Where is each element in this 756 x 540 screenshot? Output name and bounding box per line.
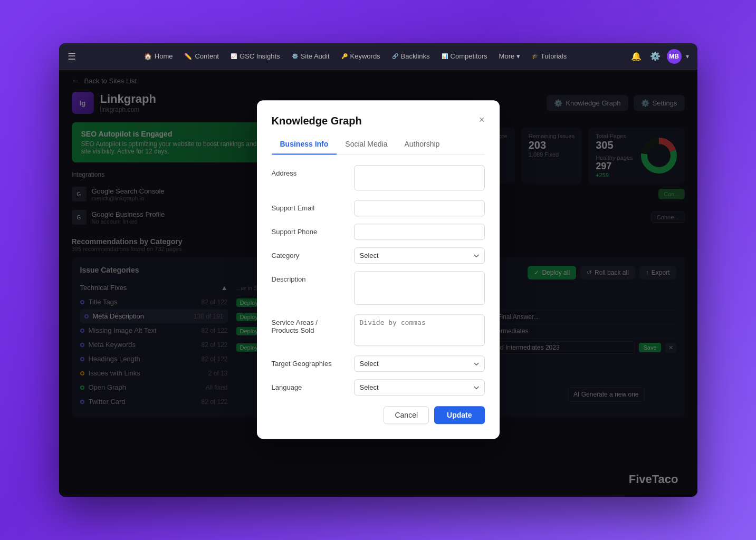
- modal-footer: Cancel Update: [272, 406, 485, 424]
- category-select[interactable]: Select: [354, 247, 485, 264]
- nav-gsc-insights[interactable]: 📈 GSC Insights: [225, 49, 285, 63]
- nav-right-actions: 🔔 ⚙️ MB ▾: [629, 49, 689, 64]
- nav-more[interactable]: More ▾: [494, 49, 525, 63]
- nav-menu: 🏠 Home ✏️ Content 📈 GSC Insights ⚙️ Site…: [84, 49, 627, 63]
- tab-authorship[interactable]: Authorship: [396, 136, 448, 155]
- notifications-icon[interactable]: 🔔: [629, 49, 644, 63]
- language-select[interactable]: Select: [354, 379, 485, 396]
- support-email-row: Support Email: [272, 200, 485, 216]
- address-label: Address: [272, 165, 346, 177]
- language-row: Language Select: [272, 379, 485, 396]
- update-button[interactable]: Update: [434, 406, 484, 424]
- target-geographies-label: Target Geographies: [272, 355, 346, 368]
- description-input[interactable]: [354, 271, 485, 305]
- service-areas-input[interactable]: [354, 314, 485, 346]
- knowledge-graph-modal: Knowledge Graph × Business Info Social M…: [257, 100, 500, 439]
- modal-close-button[interactable]: ×: [479, 115, 485, 124]
- address-input[interactable]: [354, 165, 485, 190]
- service-areas-label: Service Areas / Products Sold: [272, 314, 346, 334]
- user-avatar[interactable]: MB: [667, 49, 682, 64]
- nav-content[interactable]: ✏️ Content: [179, 49, 224, 63]
- category-label: Category: [272, 247, 346, 259]
- top-navigation: ☰ 🏠 Home ✏️ Content 📈 GSC Insights ⚙️ Si…: [59, 43, 697, 70]
- nav-home[interactable]: 🏠 Home: [139, 49, 178, 63]
- support-phone-label: Support Phone: [272, 224, 346, 236]
- nav-backlinks[interactable]: 🔗 Backlinks: [387, 49, 435, 63]
- nav-keywords[interactable]: 🔑 Keywords: [336, 49, 386, 63]
- modal-title: Knowledge Graph: [272, 115, 362, 127]
- language-label: Language: [272, 379, 346, 391]
- nav-competitors[interactable]: 📊 Competitors: [436, 49, 493, 63]
- main-content: ← Back to Sites List lg Linkgraph linkgr…: [59, 70, 697, 497]
- nav-tutorials[interactable]: 🎓 Tutorials: [527, 49, 572, 63]
- support-email-label: Support Email: [272, 200, 346, 212]
- settings-icon[interactable]: ⚙️: [648, 49, 663, 63]
- address-row: Address: [272, 165, 485, 192]
- service-areas-row: Service Areas / Products Sold: [272, 314, 485, 348]
- target-geographies-select[interactable]: Select: [354, 355, 485, 372]
- hamburger-icon[interactable]: ☰: [68, 51, 76, 62]
- nav-site-audit[interactable]: ⚙️ Site Audit: [286, 49, 335, 63]
- modal-tabs: Business Info Social Media Authorship: [272, 136, 485, 155]
- tab-social-media[interactable]: Social Media: [337, 136, 396, 155]
- tab-business-info[interactable]: Business Info: [272, 136, 337, 155]
- description-label: Description: [272, 271, 346, 283]
- support-phone-input[interactable]: [354, 224, 485, 240]
- description-row: Description: [272, 271, 485, 307]
- avatar-dropdown[interactable]: ▾: [686, 53, 689, 60]
- category-row: Category Select: [272, 247, 485, 264]
- modal-header: Knowledge Graph ×: [272, 115, 485, 127]
- cancel-button[interactable]: Cancel: [384, 406, 429, 424]
- target-geographies-row: Target Geographies Select: [272, 355, 485, 372]
- support-phone-row: Support Phone: [272, 224, 485, 240]
- support-email-input[interactable]: [354, 200, 485, 216]
